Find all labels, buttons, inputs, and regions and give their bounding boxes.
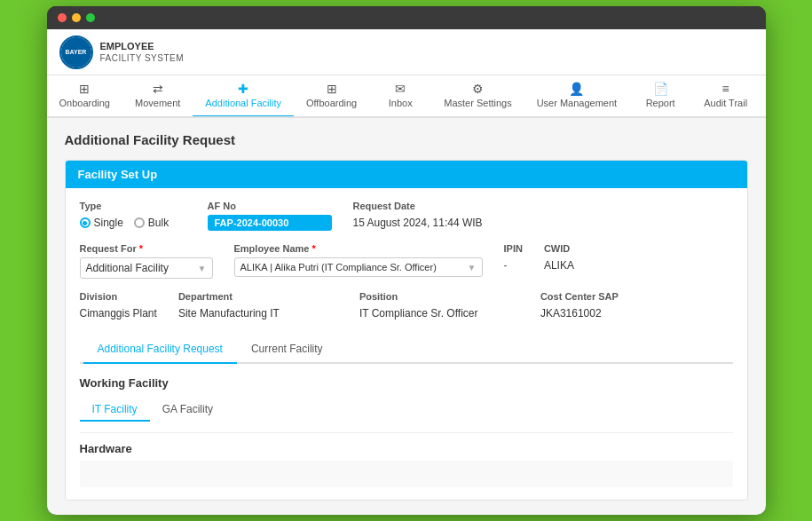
facility-setup-card: Facility Set Up Type Single	[65, 160, 748, 501]
nav-master-settings[interactable]: ⚙ Master Settings	[431, 75, 524, 118]
division-value: Cimanggis Plant	[80, 305, 157, 320]
employee-name-select[interactable]: ALIKA | Alika Putri (IT Compliance Sr. O…	[234, 257, 483, 277]
onboarding-icon: ⊞	[79, 83, 90, 95]
tab-additional-facility-request[interactable]: Additional Facility Request	[83, 335, 237, 364]
form-row-2: Request For Additional Facility ▼ Employ…	[80, 243, 733, 279]
app-header: BAYER EMPLOYEE FACILITY SYSTEM	[47, 29, 766, 75]
position-label: Position	[359, 291, 519, 302]
user-icon: 👤	[569, 83, 584, 95]
page-content: Additional Facility Request Facility Set…	[47, 118, 766, 515]
afno-field: AF No FAP-2024-00030	[208, 201, 332, 231]
logo-subtitle: FACILITY SYSTEM	[100, 52, 185, 64]
nav-user-management[interactable]: 👤 User Management	[524, 75, 630, 118]
nav-onboarding[interactable]: ⊞ Onboarding	[47, 75, 123, 118]
nav-audit-trail[interactable]: ≡ Audit Trail	[691, 75, 760, 118]
afno-label: AF No	[208, 201, 332, 211]
report-icon: 📄	[653, 83, 668, 95]
bulk-radio[interactable]: Bulk	[134, 217, 169, 229]
employee-name-value: ALIKA | Alika Putri (IT Compliance Sr. O…	[240, 262, 437, 272]
hardware-title: Hardware	[80, 432, 733, 461]
department-label: Department	[178, 291, 338, 302]
nav-offboarding-label: Offboarding	[306, 98, 357, 108]
cost-center-value: JKA3161002	[540, 305, 619, 320]
close-dot[interactable]	[58, 13, 67, 22]
logo-text: EMPLOYEE FACILITY SYSTEM	[100, 40, 185, 64]
cwid-label: CWID	[544, 243, 574, 254]
nav-additional-facility-label: Additional Facility	[205, 98, 281, 108]
form-row-1: Type Single Bulk	[80, 201, 733, 231]
division-label: Division	[80, 291, 157, 302]
cwid-value: ALIKA	[544, 257, 574, 272]
nav-inbox-label: Inbox	[389, 98, 413, 108]
cost-center-field: Cost Center SAP JKA3161002	[540, 291, 619, 320]
nav-movement[interactable]: ⇄ Movement	[122, 75, 193, 118]
nav-additional-facility[interactable]: ✚ Additional Facility	[193, 75, 294, 118]
type-field: Type Single Bulk	[80, 201, 186, 229]
offboarding-icon: ⊞	[327, 83, 337, 95]
nav-master-settings-label: Master Settings	[444, 98, 511, 108]
request-for-label: Request For	[80, 243, 213, 254]
tab-it-facility[interactable]: IT Facility	[80, 399, 150, 422]
additional-facility-icon: ✚	[238, 83, 248, 95]
bulk-radio-dot	[134, 217, 145, 228]
card-body: Type Single Bulk	[66, 188, 747, 500]
position-value: IT Compliance Sr. Officer	[359, 305, 519, 320]
department-value: Site Manufacturing IT	[178, 305, 338, 320]
request-for-value: Additional Facility	[86, 262, 169, 274]
single-label: Single	[94, 217, 123, 229]
hardware-content	[80, 461, 733, 487]
department-field: Department Site Manufacturing IT	[178, 291, 338, 320]
ipin-value: -	[504, 257, 523, 272]
nav-audit-trail-label: Audit Trail	[704, 98, 747, 108]
app-nav: ⊞ Onboarding ⇄ Movement ✚ Additional Fac…	[47, 75, 766, 118]
request-date-field: Request Date 15 August 2024, 11:44 WIB	[353, 201, 531, 229]
cost-center-label: Cost Center SAP	[540, 291, 619, 302]
type-radio-group: Single Bulk	[80, 215, 186, 229]
logo-title: EMPLOYEE	[100, 40, 185, 52]
minimize-dot[interactable]	[72, 13, 81, 22]
tab-ga-facility[interactable]: GA Facility	[150, 399, 225, 422]
card-header: Facility Set Up	[66, 161, 747, 188]
ipin-field: IPIN -	[504, 243, 523, 272]
nav-movement-label: Movement	[135, 98, 180, 108]
request-date-value: 15 August 2024, 11:44 WIB	[353, 215, 531, 229]
position-field: Position IT Compliance Sr. Officer	[359, 291, 519, 320]
single-radio[interactable]: Single	[80, 217, 123, 229]
form-row-3: Division Cimanggis Plant Department Site…	[80, 291, 733, 320]
working-facility-title: Working Facility	[80, 376, 733, 390]
nav-inbox[interactable]: ✉ Inbox	[369, 75, 431, 118]
afno-badge: FAP-2024-00030	[208, 215, 332, 231]
audit-trail-icon: ≡	[722, 83, 729, 95]
chevron-down-icon-2: ▼	[468, 263, 477, 272]
browser-chrome	[47, 6, 766, 29]
bulk-label: Bulk	[148, 217, 169, 229]
maximize-dot[interactable]	[86, 13, 95, 22]
bayer-logo: BAYER	[61, 37, 91, 67]
request-for-field: Request For Additional Facility ▼	[80, 243, 213, 279]
tab-current-facility[interactable]: Current Facility	[237, 335, 337, 364]
division-field: Division Cimanggis Plant	[80, 291, 157, 320]
settings-icon: ⚙	[472, 83, 484, 95]
page-title: Additional Facility Request	[65, 132, 748, 147]
facility-tabs: IT Facility GA Facility	[80, 399, 733, 422]
logo-area: BAYER EMPLOYEE FACILITY SYSTEM	[61, 37, 185, 67]
chevron-down-icon: ▼	[198, 264, 207, 273]
employee-name-field: Employee Name ALIKA | Alika Putri (IT Co…	[234, 243, 483, 277]
single-radio-dot	[80, 217, 91, 228]
request-date-label: Request Date	[353, 201, 531, 211]
nav-onboarding-label: Onboarding	[59, 98, 111, 108]
nav-report-label: Report	[646, 98, 675, 108]
type-label: Type	[80, 201, 186, 211]
main-tabs: Additional Facility Request Current Faci…	[80, 335, 733, 364]
nav-offboarding[interactable]: ⊞ Offboarding	[294, 75, 369, 118]
nav-user-management-label: User Management	[537, 98, 618, 108]
inbox-icon: ✉	[395, 83, 406, 95]
movement-icon: ⇄	[153, 83, 163, 95]
cwid-field: CWID ALIKA	[544, 243, 574, 272]
ipin-label: IPIN	[504, 243, 523, 254]
nav-report[interactable]: 📄 Report	[629, 75, 691, 118]
request-for-select[interactable]: Additional Facility ▼	[80, 257, 213, 279]
employee-name-label: Employee Name	[234, 243, 483, 254]
